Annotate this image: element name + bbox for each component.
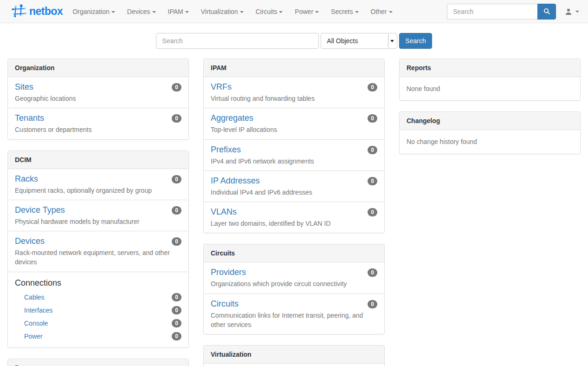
item-link-circuits[interactable]: Circuits (211, 299, 239, 308)
list-item: 0Clusters (204, 364, 384, 366)
count-badge: 0 (368, 146, 377, 154)
subsection-link-row: Cables0 (15, 291, 181, 304)
navbar-search-input[interactable] (447, 4, 537, 20)
panel-title: IPAM (204, 59, 384, 77)
item-heading: VRFs (211, 82, 377, 92)
list-item: 0DevicesRack-mounted network equipment, … (8, 231, 188, 272)
panel-ipam: IPAM0VRFsVirtual routing and forwarding … (203, 59, 385, 233)
panel-dcim: DCIM0RacksEquipment racks, optionally or… (7, 150, 189, 348)
item-description: Geographic locations (15, 94, 181, 103)
item-link-providers[interactable]: Providers (211, 268, 246, 277)
brand[interactable]: netbox (11, 4, 63, 19)
global-search-input[interactable] (156, 33, 319, 49)
panel-title: DCIM (8, 151, 188, 169)
item-description: Physical hardware models by manufacturer (15, 217, 181, 226)
global-search-form: All Objects Search (0, 33, 588, 49)
list-item: 0CircuitsCommunication links for Interne… (204, 294, 384, 334)
count-badge: 0 (172, 319, 181, 327)
item-link-devices[interactable]: Devices (15, 236, 45, 246)
nav-link-organization[interactable]: Organization (66, 1, 121, 22)
item-description: Organizations which provide circuit conn… (211, 279, 377, 288)
panel-title: Circuits (204, 244, 384, 262)
panel-circuits: Circuits0ProvidersOrganizations which pr… (203, 244, 385, 334)
subsection-link-row: Power0 (15, 330, 181, 343)
panel-organization: Organization0SitesGeographic locations0T… (7, 59, 189, 140)
count-badge: 0 (172, 237, 181, 246)
nav-link-circuits[interactable]: Circuits (250, 1, 289, 22)
caret-down-icon (575, 11, 579, 13)
item-description: Communication links for Internet transit… (211, 311, 377, 330)
panel-virtualization: Virtualization0Clusters (203, 345, 385, 366)
subsection-link-cables[interactable]: Cables (24, 294, 45, 301)
column-1: Organization0SitesGeographic locations0T… (7, 59, 189, 366)
caret-down-icon (240, 11, 244, 13)
nav-label: Other (371, 8, 387, 15)
item-link-prefixes[interactable]: Prefixes (211, 145, 241, 154)
nav-link-secrets[interactable]: Secrets (325, 1, 364, 22)
count-badge: 0 (172, 83, 181, 92)
search-icon (543, 8, 550, 15)
item-heading: Circuits (211, 299, 377, 309)
panel-title: Power (8, 359, 188, 366)
item-link-racks[interactable]: Racks (15, 174, 38, 183)
count-badge: 0 (368, 114, 377, 123)
item-heading: Sites (15, 82, 181, 92)
item-link-device-types[interactable]: Device Types (15, 205, 65, 215)
item-link-vlans[interactable]: VLANs (211, 207, 237, 216)
caret-down-icon (389, 11, 393, 13)
item-description: Equipment racks, optionally organized by… (15, 186, 181, 195)
object-type-select[interactable]: All Objects (321, 33, 397, 49)
subsection-connections: ConnectionsCables0Interfaces0Console0Pow… (8, 272, 188, 347)
count-badge: 0 (368, 208, 377, 216)
item-heading: Aggregates (211, 113, 377, 123)
nav-item-devices: Devices (121, 1, 162, 22)
panel-title: Organization (8, 59, 188, 77)
panel-title: Reports (400, 59, 580, 77)
item-description: IPv4 and IPv6 network assignments (211, 157, 377, 166)
user-menu[interactable] (563, 8, 581, 15)
item-description: Customers or departments (15, 125, 181, 134)
panel-changelog: ChangelogNo change history found (399, 111, 581, 154)
item-description: Rack-mounted network equipment, servers,… (15, 248, 181, 267)
caret-down-icon (279, 11, 283, 13)
item-heading: IP Addresses (211, 176, 377, 186)
list-item: 0SitesGeographic locations (8, 77, 188, 108)
navbar-right (447, 4, 581, 20)
nav-link-power[interactable]: Power (289, 1, 325, 22)
subsection-link-console[interactable]: Console (24, 320, 48, 327)
caret-down-icon (111, 11, 115, 13)
caret-down-icon (355, 11, 359, 13)
nav-label: Power (295, 8, 313, 15)
item-description: Top-level IP allocations (211, 125, 377, 134)
item-link-vrfs[interactable]: VRFs (211, 82, 232, 92)
item-heading: Racks (15, 174, 181, 184)
item-link-ip-addresses[interactable]: IP Addresses (211, 176, 260, 185)
subsection-link-power[interactable]: Power (24, 333, 43, 340)
navbar-search-button[interactable] (537, 4, 556, 20)
nav-link-devices[interactable]: Devices (121, 1, 162, 22)
panel-body-text: None found (400, 77, 580, 100)
item-heading: Device Types (15, 205, 181, 215)
nav-link-other[interactable]: Other (365, 1, 399, 22)
item-link-aggregates[interactable]: Aggregates (211, 113, 253, 123)
item-description: Layer two domains, identified by VLAN ID (211, 219, 377, 228)
nav-link-ipam[interactable]: IPAM (162, 1, 195, 22)
subsection-link-interfaces[interactable]: Interfaces (24, 307, 52, 314)
count-badge: 0 (368, 83, 377, 92)
global-search-button[interactable]: Search (399, 33, 432, 49)
panel-power: Power (7, 359, 189, 366)
object-type-select-wrap: All Objects (321, 33, 397, 49)
list-item: 0TenantsCustomers or departments (8, 108, 188, 139)
item-description: Virtual routing and forwarding tables (211, 94, 377, 103)
nav-label: Circuits (256, 8, 278, 15)
list-item: 0RacksEquipment racks, optionally organi… (8, 169, 188, 200)
item-link-tenants[interactable]: Tenants (15, 113, 44, 123)
nav-label: Virtualization (201, 8, 238, 15)
count-badge: 0 (368, 268, 377, 277)
count-badge: 0 (172, 306, 181, 314)
nav-label: Secrets (331, 8, 353, 15)
nav-label: IPAM (168, 8, 183, 15)
nav-link-virtualization[interactable]: Virtualization (195, 1, 250, 22)
item-heading: Tenants (15, 113, 181, 123)
item-link-sites[interactable]: Sites (15, 82, 33, 92)
